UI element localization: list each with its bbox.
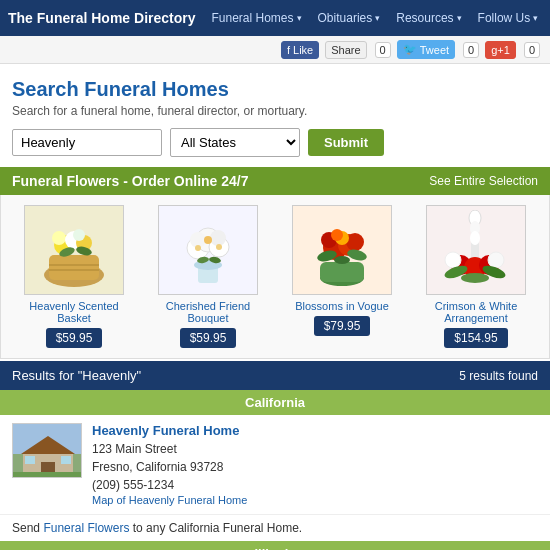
flower-price-2: $79.95	[314, 316, 371, 336]
svg-point-18	[195, 245, 201, 251]
flower-image-3	[426, 205, 526, 295]
chevron-down-icon: ▾	[375, 13, 380, 23]
svg-point-41	[445, 252, 461, 268]
nav-follow-us[interactable]: Follow Us ▾	[472, 7, 545, 29]
svg-rect-1	[49, 255, 99, 280]
flower-svg-1	[163, 210, 253, 290]
flowers-section: Heavenly Scented Basket $59.95	[0, 195, 550, 359]
share-button[interactable]: Share	[325, 41, 366, 59]
search-row: All States California Illinois Submit	[12, 128, 538, 157]
social-bar: f Like Share 0 🐦 Tweet 0 g+1 0	[0, 36, 550, 64]
flower-svg-3	[431, 210, 521, 290]
send-funeral-flowers-link[interactable]: Funeral Flowers	[43, 521, 129, 535]
svg-point-42	[488, 252, 504, 268]
listing-address-0: 123 Main Street Fresno, California 93728…	[92, 440, 538, 494]
flower-name-1: Cherished Friend Bouquet	[153, 300, 263, 324]
search-title: Search Funeral Homes	[12, 78, 538, 101]
site-title: The Funeral Home Directory	[8, 10, 196, 26]
site-header: The Funeral Home Directory Funeral Homes…	[0, 0, 550, 36]
flower-svg-0	[29, 210, 119, 290]
search-section: Search Funeral Homes Search for a funera…	[0, 64, 550, 167]
results-count: 5 results found	[459, 369, 538, 383]
flower-item-3[interactable]: Crimson & White Arrangement $154.95	[421, 205, 531, 348]
search-input[interactable]	[12, 129, 162, 156]
flower-item-2[interactable]: Blossoms in Vogue $79.95	[287, 205, 397, 348]
svg-rect-53	[13, 472, 82, 478]
facebook-icon: f	[287, 44, 290, 56]
svg-point-5	[52, 231, 66, 245]
svg-rect-24	[320, 262, 364, 282]
results-query-label: Results for "Heavenly"	[12, 368, 141, 383]
send-flowers-text: Send Funeral Flowers to any California F…	[0, 515, 550, 541]
svg-rect-51	[25, 456, 35, 464]
svg-point-20	[216, 244, 222, 250]
main-nav: Funeral Homes ▾ Obituaries ▾ Resources ▾…	[206, 7, 545, 29]
flower-name-2: Blossoms in Vogue	[295, 300, 389, 312]
chevron-down-icon: ▾	[297, 13, 302, 23]
map-link-0[interactable]: Map of Heavenly Funeral Home	[92, 494, 538, 506]
gplus-count: 0	[524, 42, 540, 58]
tweet-count: 0	[463, 42, 479, 58]
flowers-banner-title: Funeral Flowers - Order Online 24/7	[12, 173, 249, 189]
svg-point-17	[210, 230, 226, 246]
svg-point-28	[346, 233, 364, 251]
house-svg	[13, 424, 82, 478]
svg-point-45	[461, 273, 489, 283]
twitter-tweet-button[interactable]: 🐦 Tweet	[397, 40, 455, 59]
flower-name-3: Crimson & White Arrangement	[421, 300, 531, 324]
flower-item-0[interactable]: Heavenly Scented Basket $59.95	[19, 205, 129, 348]
twitter-icon: 🐦	[403, 43, 417, 56]
submit-button[interactable]: Submit	[308, 129, 384, 156]
flower-price-1: $59.95	[180, 328, 237, 348]
share-count: 0	[375, 42, 391, 58]
nav-funeral-homes[interactable]: Funeral Homes ▾	[206, 7, 308, 29]
search-subtitle: Search for a funeral home, funeral direc…	[12, 104, 538, 118]
state-divider-illinois: Illinois	[0, 541, 550, 550]
flower-price-0: $59.95	[46, 328, 103, 348]
results-header: Results for "Heavenly" 5 results found	[0, 361, 550, 390]
flower-item-1[interactable]: Cherished Friend Bouquet $59.95	[153, 205, 263, 348]
gplus-button[interactable]: g+1	[485, 41, 516, 59]
facebook-like-button[interactable]: f Like	[281, 41, 319, 59]
svg-rect-52	[61, 456, 71, 464]
flower-price-3: $154.95	[444, 328, 507, 348]
listing-info-0: Heavenly Funeral Home 123 Main Street Fr…	[92, 423, 538, 506]
flower-image-2	[292, 205, 392, 295]
nav-obituaries[interactable]: Obituaries ▾	[312, 7, 387, 29]
svg-point-19	[204, 236, 212, 244]
flower-name-0: Heavenly Scented Basket	[19, 300, 129, 324]
listing-name-0[interactable]: Heavenly Funeral Home	[92, 423, 538, 438]
see-entire-selection-link[interactable]: See Entire Selection	[429, 174, 538, 188]
svg-point-37	[470, 231, 480, 245]
listing-0: Heavenly Funeral Home 123 Main Street Fr…	[0, 415, 550, 515]
svg-point-8	[73, 229, 85, 241]
svg-point-30	[331, 229, 343, 241]
state-divider-california: California	[0, 390, 550, 415]
flower-svg-2	[297, 210, 387, 290]
chevron-down-icon: ▾	[533, 13, 538, 23]
flower-image-0	[24, 205, 124, 295]
chevron-down-icon: ▾	[457, 13, 462, 23]
nav-resources[interactable]: Resources ▾	[390, 7, 467, 29]
state-select[interactable]: All States California Illinois	[170, 128, 300, 157]
flower-image-1	[158, 205, 258, 295]
listing-thumbnail-0	[12, 423, 82, 478]
flowers-banner: Funeral Flowers - Order Online 24/7 See …	[0, 167, 550, 195]
svg-point-33	[334, 256, 350, 264]
